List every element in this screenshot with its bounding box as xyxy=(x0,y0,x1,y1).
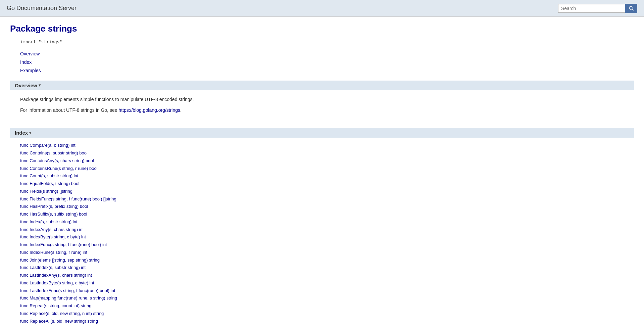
index-list: func Compare(a, b string) intfunc Contai… xyxy=(10,138,634,325)
index-list-item[interactable]: func IndexByte(s string, c byte) int xyxy=(20,233,624,241)
index-list-item[interactable]: func Repeat(s string, count int) string xyxy=(20,302,624,310)
index-list-item[interactable]: func EqualFold(s, t string) bool xyxy=(20,180,624,188)
package-title: Package strings xyxy=(10,24,634,34)
index-arrow: ▾ xyxy=(29,131,31,135)
index-list-item[interactable]: func LastIndexAny(s, chars string) int xyxy=(20,272,624,279)
overview-link[interactable]: https://blog.golang.org/strings xyxy=(118,107,180,113)
overview-paragraph-1: Package strings implements simple functi… xyxy=(20,96,624,103)
search-container xyxy=(558,4,637,13)
index-list-item[interactable]: func FieldsFunc(s string, f func(rune) b… xyxy=(20,195,624,203)
index-list-item[interactable]: func HasPrefix(s, prefix string) bool xyxy=(20,203,624,211)
site-title: Go Documentation Server xyxy=(7,5,77,12)
index-list-item[interactable]: func Join(elems []string, sep string) st… xyxy=(20,257,624,264)
index-section-header[interactable]: Index ▾ xyxy=(10,128,634,138)
nav-link-examples[interactable]: Examples xyxy=(20,66,634,75)
nav-link-overview[interactable]: Overview xyxy=(20,50,634,58)
index-list-item[interactable]: func ContainsRune(s string, r rune) bool xyxy=(20,165,624,173)
index-list-item[interactable]: func LastIndexFunc(s string, f func(rune… xyxy=(20,287,624,295)
nav-links: Overview Index Examples xyxy=(20,50,634,75)
overview-arrow: ▾ xyxy=(39,83,41,88)
index-list-item[interactable]: func LastIndexByte(s string, c byte) int xyxy=(20,279,624,287)
index-list-item[interactable]: func Contains(s, substr string) bool xyxy=(20,149,624,157)
index-list-item[interactable]: func Index(s, substr string) int xyxy=(20,218,624,226)
main-content: Package strings import "strings" Overvie… xyxy=(0,17,644,325)
overview-link-suffix: . xyxy=(180,107,182,113)
index-list-item[interactable]: func IndexAny(s, chars string) int xyxy=(20,226,624,234)
index-list-item[interactable]: func Compare(a, b string) int xyxy=(20,142,624,149)
search-button[interactable] xyxy=(625,4,637,13)
nav-link-index[interactable]: Index xyxy=(20,58,634,66)
search-input[interactable] xyxy=(558,4,625,13)
header: Go Documentation Server xyxy=(0,0,644,17)
svg-line-1 xyxy=(632,9,633,10)
index-list-item[interactable]: func LastIndex(s, substr string) int xyxy=(20,264,624,272)
overview-heading: Overview xyxy=(15,83,37,88)
index-heading: Index xyxy=(15,130,28,136)
index-list-item[interactable]: func HasSuffix(s, suffix string) bool xyxy=(20,211,624,218)
index-list-item[interactable]: func Fields(s string) []string xyxy=(20,188,624,195)
index-list-item[interactable]: func ContainsAny(s, chars string) bool xyxy=(20,157,624,165)
import-line: import "strings" xyxy=(20,39,634,44)
search-icon xyxy=(629,6,634,11)
index-list-item[interactable]: func IndexRune(s string, r rune) int xyxy=(20,249,624,257)
index-list-item[interactable]: func Replace(s, old, new string, n int) … xyxy=(20,310,624,318)
overview-content: Package strings implements simple functi… xyxy=(10,90,634,123)
overview-section-header[interactable]: Overview ▾ xyxy=(10,81,634,90)
overview-paragraph-2: For information about UTF-8 strings in G… xyxy=(20,106,624,114)
index-list-item[interactable]: func Count(s, substr string) int xyxy=(20,172,624,180)
index-list-item[interactable]: func IndexFunc(s string, f func(rune) bo… xyxy=(20,241,624,249)
index-list-item[interactable]: func ReplaceAll(s, old, new string) stri… xyxy=(20,318,624,325)
index-list-item[interactable]: func Map(mapping func(rune) rune, s stri… xyxy=(20,294,624,302)
overview-paragraph-2-text: For information about UTF-8 strings in G… xyxy=(20,107,117,113)
